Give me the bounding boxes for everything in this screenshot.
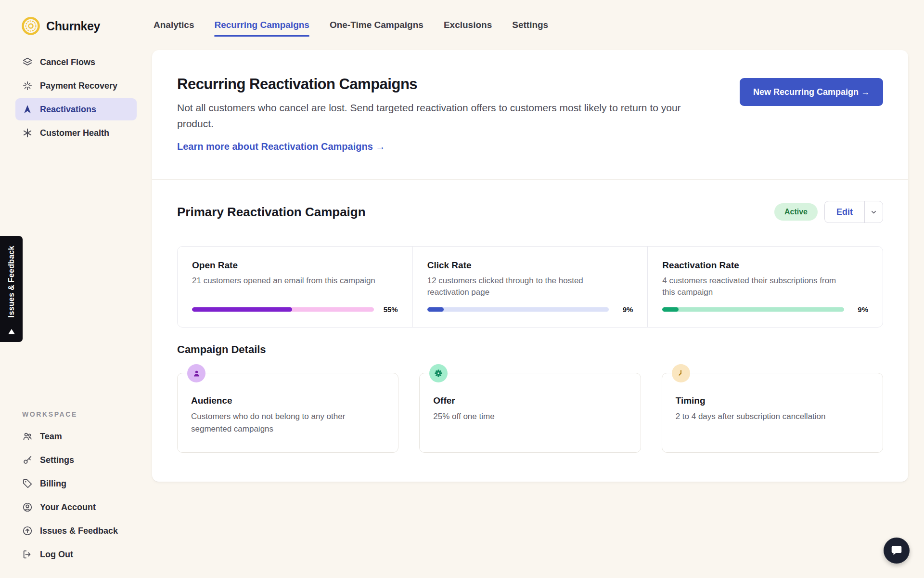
sidebar-item-log-out[interactable]: Log Out — [15, 543, 137, 565]
sidebar-item-your-account[interactable]: Your Account — [15, 496, 137, 518]
stat-percent: 9% — [851, 305, 868, 314]
edit-dropdown-button[interactable] — [864, 201, 883, 223]
campaign-actions: Active Edit — [774, 201, 883, 223]
stat-click-rate: Click Rate 12 customers clicked through … — [412, 247, 648, 327]
sidebar-item-label: Your Account — [40, 502, 96, 512]
sidebar-item-settings[interactable]: Settings — [15, 449, 137, 471]
log-out-icon — [22, 549, 33, 560]
triangle-up-icon — [8, 329, 15, 334]
sidebar-item-label: Billing — [40, 479, 66, 489]
sidebar-item-label: Reactivations — [40, 105, 96, 115]
asterisk-icon — [22, 128, 33, 138]
app-title: Churnkey — [46, 19, 100, 33]
stat-bar — [192, 307, 374, 312]
content-card: Recurring Reactivation Campaigns Not all… — [152, 50, 908, 482]
campaign-stats: Open Rate 21 customers opened an email f… — [177, 246, 883, 328]
hero-section: Recurring Reactivation Campaigns Not all… — [152, 50, 908, 179]
churnkey-coin-icon — [21, 16, 40, 36]
detail-card-description: 2 to 4 days after subscription cancellat… — [676, 410, 863, 423]
app-layout: Churnkey Cancel Flows Payment Recovery R… — [0, 0, 924, 578]
main-area: Analytics Recurring Campaigns One-Time C… — [152, 0, 924, 578]
sidebar-item-label: Cancel Flows — [40, 57, 95, 67]
workspace-label: WORKSPACE — [15, 410, 137, 424]
issues-feedback-tab[interactable]: Issues & Feedback — [0, 236, 23, 342]
new-recurring-campaign-button[interactable]: New Recurring Campaign → — [740, 78, 883, 106]
detail-card-title: Timing — [676, 395, 869, 406]
stat-title: Click Rate — [427, 260, 633, 271]
top-navigation: Analytics Recurring Campaigns One-Time C… — [152, 0, 908, 50]
tab-recurring-campaigns[interactable]: Recurring Campaigns — [214, 20, 309, 30]
stat-bar-row: 9% — [427, 305, 633, 314]
detail-card-description: 25% off one time — [433, 410, 621, 423]
audience-card: Audience Customers who do not belong to … — [177, 373, 398, 453]
stat-percent: 9% — [616, 305, 633, 314]
chevron-down-icon — [870, 209, 877, 216]
arrow-up-circle-icon — [22, 525, 33, 536]
primary-campaign-section: Primary Reactivation Campaign Active Edi… — [152, 180, 908, 482]
user-circle-icon — [22, 502, 33, 512]
page-subtitle: Not all customers who cancel are lost. S… — [177, 100, 692, 131]
sidebar-item-team[interactable]: Team — [15, 425, 137, 447]
stat-bar-fill — [662, 307, 679, 312]
timing-clock-icon — [672, 364, 690, 382]
tab-settings[interactable]: Settings — [512, 20, 548, 30]
detail-card-title: Offer — [433, 395, 627, 406]
stat-title: Reactivation Rate — [662, 260, 868, 271]
edit-split-button: Edit — [824, 201, 883, 223]
logo[interactable]: Churnkey — [0, 14, 152, 38]
sidebar: Churnkey Cancel Flows Payment Recovery R… — [0, 0, 152, 578]
edit-button[interactable]: Edit — [825, 201, 864, 223]
issues-feedback-tab-label: Issues & Feedback — [7, 246, 16, 317]
campaign-header: Primary Reactivation Campaign Active Edi… — [177, 201, 883, 223]
offer-rosette-icon — [429, 364, 448, 382]
learn-more-link[interactable]: Learn more about Reactivation Campaigns … — [177, 141, 385, 152]
stat-description: 21 customers opened an email from this c… — [192, 275, 380, 287]
audience-person-icon — [187, 364, 205, 382]
sidebar-primary-nav: Cancel Flows Payment Recovery Reactivati… — [0, 51, 152, 144]
stat-reactivation-rate: Reactivation Rate 4 customers reactivate… — [647, 247, 883, 327]
sidebar-item-label: Issues & Feedback — [40, 526, 118, 536]
tab-exclusions[interactable]: Exclusions — [444, 20, 492, 30]
tag-icon — [22, 478, 33, 489]
page-title: Recurring Reactivation Campaigns — [177, 75, 692, 93]
sparkle-icon — [22, 80, 33, 91]
offer-card: Offer 25% off one time — [419, 373, 641, 453]
sidebar-item-billing[interactable]: Billing — [15, 473, 137, 495]
tab-analytics[interactable]: Analytics — [154, 20, 194, 30]
navigation-arrow-icon — [22, 104, 33, 115]
layers-icon — [22, 57, 33, 67]
campaign-details-title: Campaign Details — [177, 343, 883, 356]
sidebar-item-label: Payment Recovery — [40, 81, 117, 91]
chat-widget-button[interactable] — [884, 538, 910, 564]
sidebar-item-label: Log Out — [40, 550, 73, 560]
sidebar-item-issues-feedback[interactable]: Issues & Feedback — [15, 520, 137, 542]
campaign-details-cards: Audience Customers who do not belong to … — [177, 373, 883, 453]
stat-percent: 55% — [381, 305, 398, 314]
status-badge: Active — [774, 203, 818, 221]
hero-text-block: Recurring Reactivation Campaigns Not all… — [177, 75, 692, 152]
stat-bar-row: 55% — [192, 305, 398, 314]
detail-card-description: Customers who do not belong to any other… — [191, 410, 379, 435]
team-icon — [22, 431, 33, 442]
sidebar-item-label: Customer Health — [40, 128, 109, 138]
detail-card-title: Audience — [191, 395, 385, 406]
stat-bar — [662, 307, 844, 312]
sidebar-item-customer-health[interactable]: Customer Health — [15, 122, 137, 144]
stat-title: Open Rate — [192, 260, 398, 271]
stat-bar-fill — [427, 307, 444, 312]
stat-bar-row: 9% — [662, 305, 868, 314]
stat-description: 12 customers clicked through to the host… — [427, 275, 615, 298]
stat-bar — [427, 307, 609, 312]
tab-one-time-campaigns[interactable]: One-Time Campaigns — [330, 20, 424, 30]
stat-description: 4 customers reactivated their subscripti… — [662, 275, 850, 298]
stat-bar-fill — [192, 307, 292, 312]
sidebar-item-payment-recovery[interactable]: Payment Recovery — [15, 75, 137, 97]
sidebar-item-label: Team — [40, 432, 62, 442]
sidebar-workspace-section: WORKSPACE Team Settings Billing — [0, 410, 152, 565]
sidebar-item-label: Settings — [40, 455, 74, 465]
campaign-title: Primary Reactivation Campaign — [177, 204, 366, 220]
key-icon — [22, 455, 33, 465]
stat-open-rate: Open Rate 21 customers opened an email f… — [178, 247, 412, 327]
sidebar-item-reactivations[interactable]: Reactivations — [15, 98, 137, 120]
sidebar-item-cancel-flows[interactable]: Cancel Flows — [15, 51, 137, 73]
